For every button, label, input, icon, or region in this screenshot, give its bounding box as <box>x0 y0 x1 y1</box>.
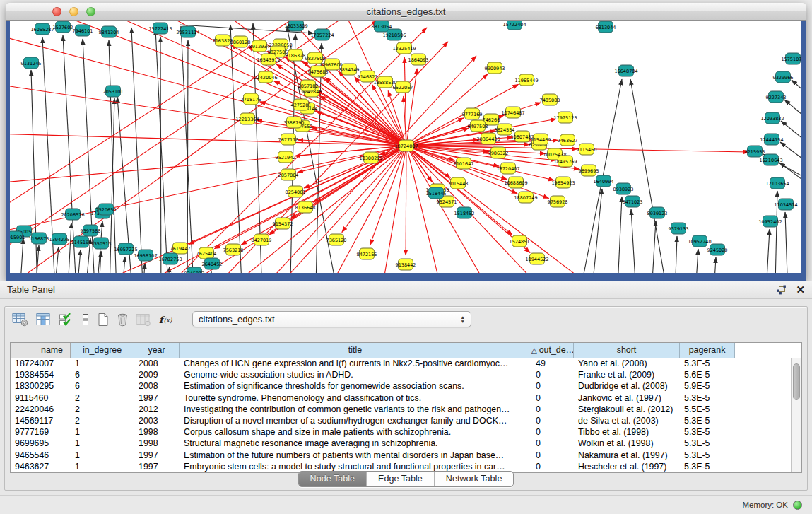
graph-node[interactable]: 12444154 <box>760 134 783 145</box>
graph-node[interactable]: 1101647 <box>454 158 474 169</box>
table-cell[interactable]: 2009 <box>134 369 180 380</box>
graph-node[interactable]: 1527602 <box>53 21 73 33</box>
graph-node[interactable]: 9131245 <box>21 57 42 69</box>
graph-node[interactable]: 8912934 <box>249 40 270 52</box>
graph-node[interactable]: 2857804 <box>278 169 299 180</box>
tab-edge-table[interactable]: Edge Table <box>367 472 435 486</box>
column-chooser-icon[interactable] <box>35 312 52 327</box>
table-cell[interactable]: 6 <box>71 369 134 380</box>
table-cell[interactable]: 1 <box>71 426 134 438</box>
graph-node[interactable]: 7946101 <box>73 25 93 36</box>
table-cell[interactable]: 14569117 <box>11 415 71 426</box>
table-cell[interactable]: 5.3E-5 <box>680 426 735 438</box>
graph-node[interactable]: 10952402 <box>758 216 782 227</box>
memory-ok-indicator-icon[interactable] <box>793 501 802 510</box>
table-cell[interactable]: 0 <box>531 438 574 449</box>
graph-node[interactable]: 2640452 <box>202 258 223 269</box>
table-cell[interactable]: Tibbo et al. (1998) <box>574 426 680 438</box>
network-window-titlebar[interactable]: citations_edges.txt <box>6 3 806 21</box>
table-cell[interactable]: Wolkin et al. (1998) <box>574 438 680 449</box>
table-cell[interactable]: 9465546 <box>11 450 71 461</box>
table-row[interactable]: 911546021997Tourette syndrome. Phenomeno… <box>11 392 791 404</box>
column-header-out-de-[interactable]: △out_de… <box>531 343 574 358</box>
table-cell[interactable]: 2 <box>71 392 134 404</box>
column-header-title[interactable]: title <box>180 343 531 358</box>
table-cell[interactable]: Disruption of a novel member of a sodium… <box>180 415 531 426</box>
table-cell[interactable]: Jankovic et al. (1997) <box>574 392 680 404</box>
graph-node[interactable]: 9777169 <box>462 108 483 119</box>
table-cell[interactable]: 0 <box>531 450 574 461</box>
table-row[interactable]: 1456911722003Disruption of a novel membe… <box>11 415 791 426</box>
graph-node[interactable]: 1518452 <box>454 207 475 218</box>
table-cell[interactable]: 2012 <box>134 404 180 415</box>
graph-node[interactable]: 9900943 <box>485 62 505 74</box>
scrollbar-thumb[interactable] <box>793 363 800 400</box>
table-cell[interactable]: 5.3E-5 <box>680 358 735 369</box>
table-cell[interactable]: Nakamura et al. (1997) <box>574 450 680 461</box>
table-cell[interactable]: 5.3E-5 <box>680 392 735 404</box>
tab-network-table[interactable]: Network Table <box>435 472 514 486</box>
graph-node[interactable]: 7365120 <box>326 234 347 245</box>
float-panel-icon[interactable] <box>776 285 787 295</box>
network-canvas[interactable]: 1872400718300295716382288601288912934222… <box>10 21 801 273</box>
graph-node[interactable]: 1154469 <box>531 134 551 145</box>
table-cell[interactable]: 22420046 <box>11 404 71 415</box>
graph-node[interactable]: 9756928 <box>548 196 568 207</box>
graph-node[interactable]: 1524851 <box>510 235 530 247</box>
table-cell[interactable]: 5.3E-5 <box>680 450 735 461</box>
vertical-scrollbar[interactable] <box>791 358 801 472</box>
graph-node[interactable]: 15751074 <box>781 53 801 64</box>
table-cell[interactable]: 5.3E-5 <box>680 415 735 426</box>
column-header-in-degree[interactable]: in_degree <box>71 343 134 358</box>
table-cell[interactable]: 1997 <box>134 450 180 461</box>
table-cell[interactable]: Structural magnetic resonance image aver… <box>180 438 531 449</box>
graph-node[interactable]: 7619447 <box>170 243 191 254</box>
table-cell[interactable]: 0 <box>531 426 574 438</box>
graph-node[interactable]: 1640994 <box>594 175 614 187</box>
table-cell[interactable]: 6 <box>71 380 134 392</box>
graph-node[interactable]: 17975125 <box>553 112 577 123</box>
graph-node[interactable]: 16055287 <box>30 23 54 35</box>
table-cell[interactable]: 1998 <box>134 426 180 438</box>
table-cell[interactable]: Tourette syndrome. Phenomenology and cla… <box>180 392 531 404</box>
graph-node[interactable]: 9138442 <box>396 259 416 270</box>
graph-node[interactable]: 6497508 <box>468 120 488 132</box>
table-cell[interactable]: 5.3E-5 <box>680 438 735 449</box>
table-cell[interactable]: 1997 <box>134 392 180 404</box>
table-row[interactable]: 977716911998Corpus callosum shape and si… <box>11 426 791 438</box>
table-cell[interactable]: 2 <box>71 404 134 415</box>
graph-node[interactable]: 19654923 <box>551 177 575 188</box>
table-row[interactable]: 946554611997Estimation of the future num… <box>11 450 791 461</box>
graph-node[interactable]: 6522057 <box>393 81 413 93</box>
graph-node[interactable]: 9245020 <box>707 244 728 255</box>
graph-node[interactable]: 16782753 <box>158 253 182 264</box>
column-header-name[interactable]: name <box>11 343 71 358</box>
graph-node[interactable]: 8860128 <box>230 36 251 47</box>
graph-node[interactable]: 12325419 <box>392 42 416 54</box>
table-cell[interactable]: 0 <box>531 404 574 415</box>
graph-node[interactable]: 16210643 <box>759 154 782 165</box>
table-cell[interactable]: 18300295 <box>11 380 71 392</box>
graph-node[interactable]: 9397588 <box>81 225 101 236</box>
graph-node[interactable]: 7485083 <box>540 94 560 105</box>
graph-node[interactable]: 2718176 <box>241 93 261 105</box>
row-display-icon[interactable] <box>81 312 90 327</box>
table-cell[interactable]: 9777169 <box>11 426 71 438</box>
graph-node[interactable]: 10944522 <box>525 253 548 264</box>
graph-node[interactable]: 8186328 <box>286 49 306 61</box>
graph-node[interactable]: 1394275 <box>49 233 70 245</box>
table-cell[interactable]: 5.6E-5 <box>680 369 735 380</box>
graph-node[interactable]: 7563210 <box>223 244 244 255</box>
graph-node[interactable]: 1350513 <box>91 238 112 249</box>
table-cell[interactable]: 0 <box>531 392 574 404</box>
graph-node[interactable]: 7625404 <box>196 247 217 259</box>
graph-node[interactable]: 8841304 <box>99 26 119 37</box>
table-cell[interactable]: Dudbridge et al. (2008) <box>574 380 680 392</box>
table-cell[interactable]: 0 <box>531 369 574 380</box>
graph-node[interactable]: 8215953 <box>745 146 765 157</box>
graph-node[interactable]: 18807249 <box>514 192 537 203</box>
graph-node[interactable]: 11034514 <box>774 199 797 210</box>
table-cell[interactable]: 0 <box>531 415 574 426</box>
graph-node[interactable]: 1015443 <box>448 177 469 189</box>
table-cell[interactable]: de Silva et al. (2003) <box>574 415 680 426</box>
